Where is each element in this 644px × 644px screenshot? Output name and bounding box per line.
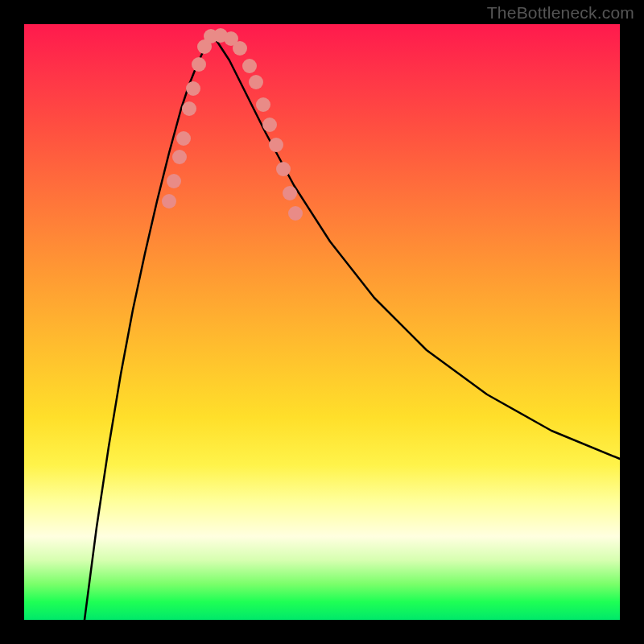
highlight-dot [167, 174, 181, 188]
dots-group [162, 28, 303, 221]
highlight-dot [288, 206, 303, 221]
highlight-dot [233, 41, 247, 56]
highlight-dot [192, 57, 206, 72]
chart-plot-area [24, 24, 620, 620]
highlight-dot [283, 186, 297, 200]
highlight-dot [249, 75, 263, 89]
highlight-dot [186, 81, 200, 96]
curve-svg [24, 24, 620, 620]
watermark-text: TheBottleneck.com [487, 3, 634, 23]
chart-frame: TheBottleneck.com [0, 0, 644, 644]
bottleneck-curve-right [211, 36, 620, 459]
highlight-dot [172, 150, 187, 164]
highlight-dot [162, 194, 176, 208]
highlight-dot [242, 59, 257, 73]
highlight-dot [269, 138, 283, 152]
highlight-dot [262, 118, 277, 132]
highlight-dot [182, 101, 196, 116]
bottleneck-curve-left [85, 36, 211, 620]
highlight-dot [256, 97, 270, 112]
series-group [85, 36, 620, 620]
highlight-dot [176, 131, 191, 146]
highlight-dot [276, 162, 291, 176]
